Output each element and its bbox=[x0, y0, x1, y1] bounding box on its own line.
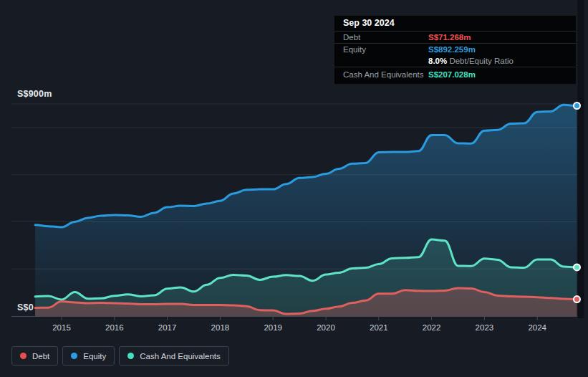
x-tick-label-2020: 2020 bbox=[317, 323, 335, 332]
tooltip-ratio-label: Debt/Equity Ratio bbox=[449, 57, 514, 65]
tooltip-ratio-value: 8.0% bbox=[428, 57, 447, 65]
legend-item-debt[interactable]: Debt bbox=[11, 346, 58, 366]
debt-equity-analysis-widget: 2015201620172018201920202021202220232024… bbox=[0, 0, 588, 377]
legend-item-label: Debt bbox=[32, 352, 49, 361]
tooltip-cash-value: S$207.028m bbox=[428, 70, 476, 80]
cash-and-equivalents-end-marker[interactable] bbox=[574, 264, 580, 270]
legend-item-label: Cash And Equivalents bbox=[140, 352, 221, 361]
x-tick-label-2019: 2019 bbox=[264, 323, 282, 332]
tooltip-ratio-text: 8.0% Debt/Equity Ratio bbox=[428, 56, 514, 66]
legend-item-label: Equity bbox=[83, 352, 106, 361]
debt-end-marker[interactable] bbox=[574, 296, 580, 302]
legend-item-equity[interactable]: Equity bbox=[62, 346, 115, 366]
x-tick-label-2016: 2016 bbox=[105, 323, 124, 332]
tooltip-equity-value: S$892.259m bbox=[428, 44, 476, 54]
tooltip-ratio-row: 8.0% Debt/Equity Ratio bbox=[334, 55, 576, 67]
cash-legend-dot-icon bbox=[127, 353, 134, 359]
x-tick-label-2024: 2024 bbox=[528, 323, 546, 332]
tooltip-debt-value: S$71.268m bbox=[428, 32, 471, 42]
tooltip-equity-row: Equity S$892.259m bbox=[334, 43, 576, 55]
debt-legend-dot-icon bbox=[20, 353, 26, 359]
tooltip-cash-row: Cash And Equivalents S$207.028m bbox=[334, 67, 576, 84]
x-tick-label-2017: 2017 bbox=[158, 323, 177, 332]
x-tick-label-2022: 2022 bbox=[423, 323, 441, 332]
equity-legend-dot-icon bbox=[71, 353, 77, 359]
tooltip-equity-label: Equity bbox=[343, 44, 428, 54]
legend-item-cash[interactable]: Cash And Equivalents bbox=[119, 346, 229, 366]
chart-tooltip: Sep 30 2024 Debt S$71.268m Equity S$892.… bbox=[334, 15, 577, 85]
x-tick-label-2021: 2021 bbox=[370, 323, 388, 332]
tooltip-debt-label: Debt bbox=[343, 32, 428, 42]
y-axis-label-max: S$900m bbox=[17, 89, 52, 99]
chart-legend: Debt Equity Cash And Equivalents bbox=[11, 346, 229, 366]
x-tick-label-2023: 2023 bbox=[476, 323, 494, 332]
equity-end-marker[interactable] bbox=[574, 102, 580, 109]
x-tick-label-2018: 2018 bbox=[211, 323, 230, 332]
x-tick-label-2015: 2015 bbox=[52, 323, 71, 332]
tooltip-debt-row: Debt S$71.268m bbox=[334, 32, 576, 43]
tooltip-cash-label: Cash And Equivalents bbox=[343, 70, 428, 80]
y-axis-label-zero: S$0 bbox=[17, 302, 34, 312]
tooltip-date: Sep 30 2024 bbox=[334, 16, 576, 32]
